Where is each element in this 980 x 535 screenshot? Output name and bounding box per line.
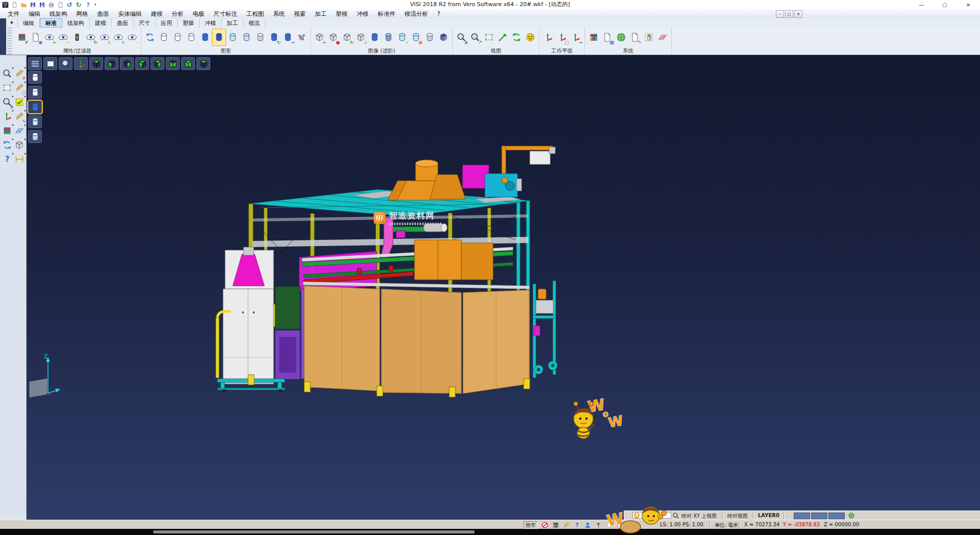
dashed-display-button[interactable] — [185, 29, 198, 45]
menu-item-15[interactable]: 冲模 — [352, 9, 373, 18]
toggle-images-button[interactable]: ± — [354, 29, 368, 45]
menu-item-18[interactable]: ? — [433, 9, 445, 18]
menu-item-2[interactable]: 线架构 — [45, 9, 72, 18]
workplane-xyz-button[interactable] — [542, 29, 555, 45]
help-button[interactable]: ? — [84, 1, 92, 9]
view-left-button[interactable] — [151, 57, 164, 70]
workplane-view-button[interactable]: → — [569, 29, 582, 45]
tab-6[interactable]: 应用 — [156, 18, 178, 28]
visi-logo-button[interactable] — [1, 1, 9, 9]
horizontal-scrollbar-thumb[interactable] — [153, 530, 475, 533]
view-front-button[interactable] — [120, 57, 134, 70]
flower-button[interactable] — [594, 521, 603, 529]
user-profile-button[interactable] — [583, 521, 592, 529]
menu-item-17[interactable]: 模流分析 — [400, 9, 433, 18]
wireframe-mode-button[interactable] — [28, 71, 42, 84]
shaded-mode-button[interactable] — [28, 101, 42, 113]
refresh-images-button[interactable]: ↻ — [340, 29, 354, 45]
zoom-window-button[interactable] — [43, 57, 57, 70]
selection-filter-button[interactable] — [642, 29, 655, 45]
save-all-button[interactable] — [38, 1, 46, 9]
tab-7[interactable]: 塑膜 — [178, 18, 200, 28]
print-button[interactable] — [47, 1, 55, 9]
system-options-button[interactable] — [615, 29, 628, 45]
shaded-display-button[interactable] — [199, 29, 212, 45]
shaded-view-button[interactable] — [524, 29, 537, 45]
zoom-dynamic-button[interactable]: ▾ — [2, 67, 13, 80]
delete-entity-button[interactable]: ✗▾ — [14, 67, 26, 80]
menu-item-1[interactable]: 编辑 — [24, 9, 45, 18]
view-mode-label[interactable]: 绝对 XY 上视图 — [681, 513, 717, 520]
validate-solid-button[interactable]: ✓ — [396, 29, 409, 45]
hidden-line-mode-button[interactable] — [28, 86, 42, 99]
open-file-button[interactable] — [19, 1, 28, 9]
solid-cube-button[interactable] — [437, 29, 450, 45]
attributes-button[interactable]: ▾ — [2, 124, 13, 137]
pan-view-button[interactable] — [496, 29, 509, 45]
window-attributes-button[interactable]: ▦ — [601, 29, 614, 45]
menu-item-9[interactable]: 尺寸标注 — [209, 9, 242, 18]
solid-axis-button[interactable] — [368, 29, 381, 45]
zoom-extents-button[interactable]: ↗ — [469, 29, 482, 45]
hide-all-button[interactable]: − — [126, 29, 139, 45]
view-iso2-button[interactable] — [197, 57, 210, 70]
tab-1[interactable]: 标准 — [40, 18, 62, 28]
undo-button[interactable]: ↺ — [65, 1, 74, 9]
menu-item-14[interactable]: 塑模 — [331, 9, 352, 18]
image-filter-button[interactable]: ● — [327, 29, 340, 45]
tab-dropdown-icon[interactable]: ▼ — [6, 18, 18, 28]
ribbon-drag-handle[interactable] — [7, 28, 12, 55]
mesh-display-button[interactable] — [254, 29, 267, 45]
view-back-button[interactable] — [135, 57, 149, 70]
translucent-display-button[interactable] — [226, 29, 239, 45]
view-iso-button[interactable] — [181, 57, 195, 70]
shield-button[interactable] — [604, 521, 614, 529]
tab-4[interactable]: 曲面 — [112, 18, 134, 28]
view-reference-label[interactable]: 绝对视图 — [727, 513, 748, 520]
color-table-button[interactable] — [587, 29, 600, 45]
workplane-button[interactable]: ▾ — [2, 110, 13, 123]
menu-item-3[interactable]: 网格 — [72, 9, 93, 18]
tab-3[interactable]: 建模 — [90, 18, 112, 28]
tab-8[interactable]: 冲模 — [200, 18, 222, 28]
hidden-line-display-button[interactable] — [171, 29, 184, 45]
active-layer-label[interactable]: LAYER0 — [758, 513, 779, 518]
quick-access-dropdown-icon[interactable]: ▾ — [94, 3, 96, 7]
validate-button[interactable]: ▾ — [14, 95, 26, 109]
regenerate-button[interactable]: ▾ — [2, 138, 13, 152]
color-swatch-3[interactable] — [828, 513, 845, 519]
entity-filter-button[interactable] — [70, 29, 84, 45]
minimize-button[interactable]: — — [910, 0, 933, 9]
wireframe-solid-button[interactable] — [423, 29, 436, 45]
snap-lock-toggle[interactable]: 拴牢 — [524, 521, 538, 529]
close-button[interactable]: ✕ — [957, 0, 980, 9]
refresh-graphics-button[interactable] — [143, 29, 157, 45]
menu-item-4[interactable]: 曲面 — [93, 9, 114, 18]
menu-item-7[interactable]: 分析 — [167, 9, 188, 18]
tab-9[interactable]: 加工 — [222, 18, 243, 28]
system-tools-button[interactable]: ✎ — [628, 29, 642, 45]
menu-item-8[interactable]: 电极 — [188, 9, 209, 18]
grid-plane-button[interactable] — [656, 29, 669, 45]
grid-view-button[interactable]: ▾ — [14, 124, 26, 137]
refresh-view-button[interactable] — [510, 29, 523, 45]
view-top-button[interactable] — [89, 57, 103, 70]
help-button[interactable]: ?▾ — [2, 153, 13, 166]
mdi-close-button[interactable]: ✕ — [794, 10, 802, 18]
mesh-mode-button[interactable] — [28, 130, 42, 143]
graphics-viewport[interactable]: Z Y 智造资料网 A 绝对 XY 上视图 绝对视图 LAYER0 — [27, 55, 980, 520]
print-preview-button[interactable] — [56, 1, 64, 9]
refresh-visibility-button[interactable]: ↻ — [84, 29, 97, 45]
view-right-button[interactable] — [166, 57, 180, 70]
update-display-button[interactable]: ↻ — [267, 29, 281, 45]
mdi-restore-button[interactable]: ▢ — [785, 10, 793, 18]
zoom-dynamic-button[interactable] — [59, 57, 72, 70]
menu-item-10[interactable]: 工程图 — [242, 9, 269, 18]
zoom-in-out-button[interactable]: ± — [455, 29, 468, 45]
mdi-minimize-button[interactable]: – — [776, 10, 784, 18]
zoom-window-button[interactable]: ▾ — [2, 81, 13, 94]
display-settings-button[interactable] — [295, 29, 308, 45]
sketch-button[interactable]: ∿▾ — [14, 110, 26, 123]
window-button[interactable] — [615, 521, 624, 529]
view-bottom-button[interactable] — [105, 57, 118, 70]
